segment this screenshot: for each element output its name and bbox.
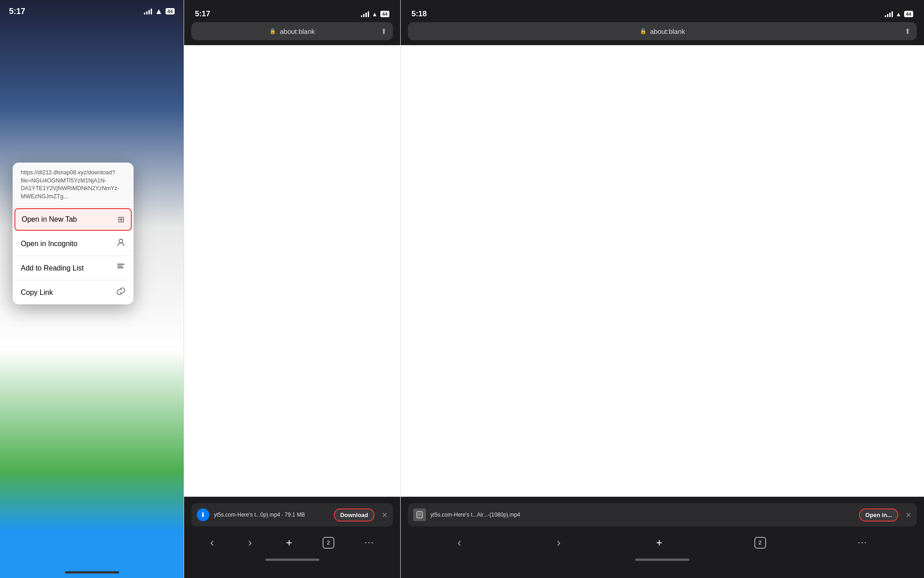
download-filename: yt5s.com-Here's t...0p).mp4 · 79.1 MB [214, 512, 329, 518]
share-icon-middle[interactable]: ⬆ [381, 27, 387, 36]
lock-icon-middle: 🔒 [269, 28, 276, 34]
home-indicator-middle [265, 559, 319, 561]
browser-nav-right: ‹ › + 2 ··· [401, 527, 924, 555]
wifi-icon: ▲ [155, 7, 163, 16]
menu-item-copy-link[interactable]: Copy Link [13, 280, 134, 304]
more-button-middle[interactable]: ··· [361, 534, 378, 551]
svg-rect-2 [117, 266, 123, 266]
download-button[interactable]: Download [334, 508, 374, 522]
browser-bottom-middle: ⬇ yt5s.com-Here's t...0p).mp4 · 79.1 MB … [184, 497, 400, 578]
download-close-icon[interactable]: ✕ [382, 511, 388, 519]
open-in-filename: yt5s.com-Here's t...Air...-(1080p).mp4 [430, 512, 855, 518]
page-content-right [401, 45, 924, 497]
open-new-tab-icon: ⊞ [118, 214, 125, 224]
forward-button-right[interactable]: › [553, 532, 564, 553]
home-indicator-right [635, 559, 689, 561]
signal-icon-middle [361, 11, 369, 17]
panel-right: 5:18 ▲ 44 🔒 about:blank ⬆ [401, 0, 924, 578]
status-bar-right: 5:18 ▲ 44 [401, 5, 924, 20]
menu-item-incognito[interactable]: Open in Incognito [13, 232, 134, 256]
copy-link-icon [116, 287, 125, 298]
page-content-middle [184, 45, 400, 497]
add-tab-button-right[interactable]: + [652, 533, 666, 553]
tabs-count-right[interactable]: 2 [754, 537, 766, 549]
download-icon: ⬇ [197, 508, 209, 521]
file-icon [413, 508, 426, 521]
address-bar-right[interactable]: 🔒 about:blank ⬆ [408, 22, 917, 40]
svg-rect-1 [117, 264, 125, 265]
more-button-right[interactable]: ··· [854, 534, 871, 551]
back-button-right[interactable]: ‹ [454, 532, 465, 553]
copy-link-label: Copy Link [21, 289, 53, 297]
url-text-middle: about:blank [280, 28, 315, 35]
browser-nav-middle: ‹ › + 2 ··· [184, 527, 400, 555]
forward-button-middle[interactable]: › [245, 532, 256, 553]
time-middle: 5:17 [195, 9, 210, 19]
time-left: 5:17 [9, 7, 25, 16]
browser-bottom-right: yt5s.com-Here's t...Air...-(1080p).mp4 O… [401, 497, 924, 578]
menu-item-reading-list[interactable]: Add to Reading List [13, 256, 134, 280]
svg-point-0 [119, 239, 123, 243]
download-notification: ⬇ yt5s.com-Here's t...0p).mp4 · 79.1 MB … [191, 503, 393, 527]
status-icons-left: ▲ 44 [144, 7, 175, 16]
open-in-close-icon[interactable]: ✕ [906, 511, 911, 519]
time-right: 5:18 [411, 9, 427, 19]
status-bar-left: 5:17 ▲ 44 [0, 0, 184, 23]
address-bar-middle[interactable]: 🔒 about:blank ⬆ [191, 22, 393, 40]
wifi-icon-middle: ▲ [372, 11, 378, 18]
menu-item-open-new-tab[interactable]: Open in New Tab ⊞ [14, 208, 132, 231]
battery-left: 44 [166, 8, 175, 14]
svg-rect-3 [117, 267, 124, 268]
lock-icon-right: 🔒 [640, 28, 647, 34]
url-text-right: about:blank [650, 28, 685, 35]
context-menu-url: https://dt212.dlsnap08.xyz/download?file… [13, 163, 134, 207]
status-bar-middle: 5:17 ▲ 44 [184, 5, 400, 20]
add-tab-button-middle[interactable]: + [282, 533, 296, 553]
back-button-middle[interactable]: ‹ [207, 532, 218, 553]
panel-left: 5:17 ▲ 44 https://dt212.dlsnap08.xyz/dow… [0, 0, 184, 578]
incognito-label: Open in Incognito [21, 240, 77, 248]
incognito-icon [116, 238, 125, 249]
panel-middle: 5:17 ▲ 44 🔒 about:blank ⬆ ⬇ yt5s.com-Her [184, 0, 401, 578]
tabs-count-middle[interactable]: 2 [323, 537, 334, 549]
home-indicator-left [65, 571, 119, 573]
share-icon-right[interactable]: ⬆ [905, 27, 910, 36]
wifi-icon-right: ▲ [896, 11, 901, 18]
battery-middle: 44 [380, 11, 389, 17]
open-in-notification: yt5s.com-Here's t...Air...-(1080p).mp4 O… [408, 503, 917, 527]
browser-top-middle: 5:17 ▲ 44 🔒 about:blank ⬆ [184, 0, 400, 45]
battery-right: 44 [904, 11, 913, 17]
open-in-button[interactable]: Open in... [859, 508, 898, 522]
reading-list-label: Add to Reading List [21, 264, 84, 272]
reading-list-icon [116, 262, 125, 274]
signal-icon [144, 8, 152, 14]
open-new-tab-label: Open in New Tab [22, 215, 77, 224]
signal-icon-right [885, 11, 893, 17]
context-menu: https://dt212.dlsnap08.xyz/download?file… [13, 163, 134, 304]
browser-top-right: 5:18 ▲ 44 🔒 about:blank ⬆ [401, 0, 924, 45]
